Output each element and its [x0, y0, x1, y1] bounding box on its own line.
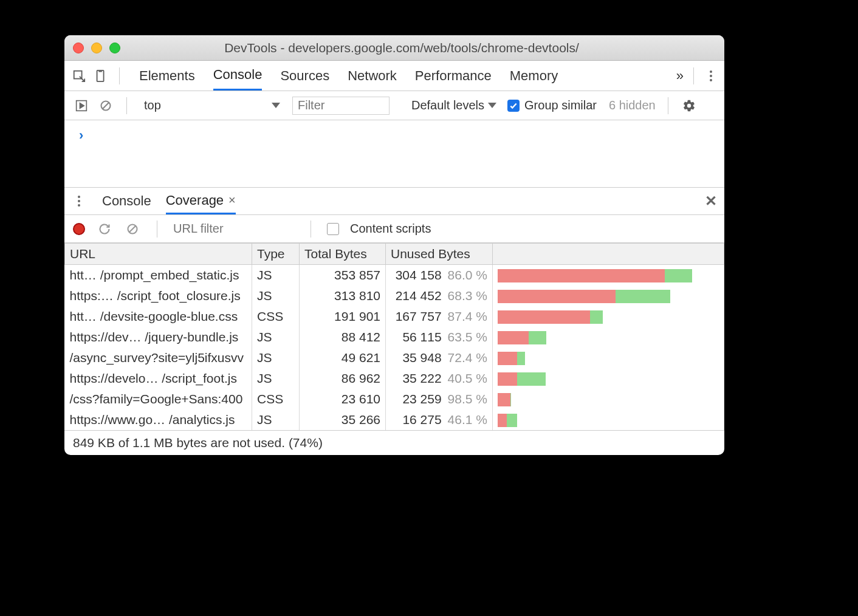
cell-type: JS: [252, 347, 300, 368]
separator: [668, 97, 668, 114]
clear-coverage-icon[interactable]: [124, 221, 141, 238]
unused-bar: [498, 269, 665, 282]
caret-down-icon: [272, 103, 280, 108]
table-row[interactable]: /async_survey?site=ylj5ifxusvvJS49 62135…: [65, 347, 724, 368]
table-row[interactable]: https://develo… /script_foot.jsJS86 9623…: [65, 368, 724, 389]
used-bar: [616, 290, 670, 303]
titlebar: DevTools - developers.google.com/web/too…: [64, 35, 724, 61]
column-header[interactable]: Total Bytes: [300, 244, 386, 265]
cell-usage-bar: [493, 409, 724, 430]
main-tabbar: ElementsConsoleSourcesNetworkPerformance…: [64, 61, 724, 91]
execution-play-icon[interactable]: [73, 97, 90, 114]
cell-url: /css?family=Google+Sans:400: [65, 389, 252, 409]
log-level-value: Default levels: [411, 98, 484, 112]
inspect-element-icon[interactable]: [70, 67, 88, 84]
cell-url: https://develo… /script_foot.js: [65, 368, 252, 389]
separator: [157, 221, 157, 238]
cell-url: https://dev… /jquery-bundle.js: [65, 327, 252, 347]
reload-icon[interactable]: [96, 221, 113, 238]
cell-url: https:… /script_foot_closure.js: [65, 286, 252, 306]
tab-performance[interactable]: Performance: [415, 61, 492, 91]
hidden-count: 6 hidden: [609, 98, 656, 112]
device-toolbar-icon[interactable]: [92, 67, 109, 84]
unused-bar: [498, 290, 616, 303]
console-settings-icon[interactable]: [681, 97, 698, 114]
tab-elements[interactable]: Elements: [139, 61, 195, 91]
table-row[interactable]: /css?family=Google+Sans:400CSS23 61023 2…: [65, 389, 724, 409]
cell-url: /async_survey?site=ylj5ifxusvv: [65, 347, 252, 368]
table-row[interactable]: https://www.go… /analytics.jsJS35 26616 …: [65, 409, 724, 430]
svg-line-6: [103, 103, 109, 109]
record-button[interactable]: [73, 223, 85, 235]
cell-unused-bytes: 35 22240.5 %: [386, 368, 493, 389]
content-scripts-checkbox[interactable]: [327, 223, 339, 235]
separator: [126, 97, 127, 114]
svg-rect-1: [97, 70, 104, 81]
cell-unused-bytes: 214 45268.3 %: [386, 286, 493, 306]
cell-total-bytes: 191 901: [300, 306, 386, 327]
unused-bar: [498, 372, 517, 386]
separator: [119, 67, 120, 84]
drawer-tab-label: Console: [102, 193, 151, 209]
drawer-tab-coverage[interactable]: Coverage×: [166, 188, 236, 214]
execution-context-select[interactable]: top: [139, 96, 285, 115]
cell-total-bytes: 88 412: [300, 327, 386, 347]
cell-type: CSS: [252, 389, 300, 409]
tab-sources[interactable]: Sources: [280, 61, 329, 91]
tab-network[interactable]: Network: [348, 61, 397, 91]
coverage-toolbar: Content scripts: [64, 215, 724, 243]
traffic-lights: [73, 43, 120, 53]
table-row[interactable]: htt… /devsite-google-blue.cssCSS191 9011…: [65, 306, 724, 327]
cell-url: https://www.go… /analytics.js: [65, 409, 252, 430]
cell-url: htt… /devsite-google-blue.css: [65, 306, 252, 327]
cell-unused-bytes: 56 11563.5 %: [386, 327, 493, 347]
svg-line-8: [129, 226, 136, 232]
cell-unused-bytes: 35 94872.4 %: [386, 347, 493, 368]
cell-total-bytes: 35 266: [300, 409, 386, 430]
main-menu-button[interactable]: [704, 69, 718, 83]
cell-total-bytes: 353 857: [300, 265, 386, 286]
used-bar: [590, 310, 603, 324]
cell-type: CSS: [252, 306, 300, 327]
table-row[interactable]: https://dev… /jquery-bundle.jsJS88 41256…: [65, 327, 724, 347]
table-row[interactable]: htt… /prompt_embed_static.jsJS353 857304…: [65, 265, 724, 286]
column-header[interactable]: Type: [252, 244, 300, 265]
coverage-summary: 849 KB of 1.1 MB bytes are not used. (74…: [64, 430, 724, 455]
group-similar-checkbox[interactable]: [507, 100, 520, 112]
table-row[interactable]: https:… /script_foot_closure.jsJS313 810…: [65, 286, 724, 306]
console-filter-input[interactable]: [292, 97, 390, 115]
cell-usage-bar: [493, 368, 724, 389]
close-window-button[interactable]: [73, 43, 84, 53]
close-tab-icon[interactable]: ×: [228, 193, 236, 207]
svg-marker-4: [80, 103, 84, 108]
coverage-url-filter-input[interactable]: [173, 222, 295, 236]
cell-unused-bytes: 167 75787.4 %: [386, 306, 493, 327]
cell-type: JS: [252, 265, 300, 286]
cell-url: htt… /prompt_embed_static.js: [65, 265, 252, 286]
unused-bar: [498, 352, 517, 365]
close-drawer-button[interactable]: ✕: [705, 193, 717, 210]
window-title: DevTools - developers.google.com/web/too…: [130, 41, 716, 55]
content-scripts-label: Content scripts: [350, 222, 431, 236]
cell-usage-bar: [493, 265, 724, 286]
cell-total-bytes: 23 610: [300, 389, 386, 409]
console-prompt-caret-icon: ›: [79, 128, 83, 143]
used-bar: [529, 331, 546, 344]
more-tabs-button[interactable]: »: [676, 68, 684, 84]
minimize-window-button[interactable]: [91, 43, 102, 53]
column-header[interactable]: Unused Bytes: [386, 244, 493, 265]
drawer-tabbar: ConsoleCoverage× ✕: [64, 187, 724, 215]
zoom-window-button[interactable]: [109, 43, 120, 53]
separator: [693, 67, 694, 84]
tab-memory[interactable]: Memory: [510, 61, 558, 91]
console-body[interactable]: ›: [64, 120, 724, 187]
drawer-tab-console[interactable]: Console: [102, 188, 151, 214]
drawer-menu-button[interactable]: [72, 194, 86, 208]
coverage-table: URLTypeTotal BytesUnused Bytes htt… /pro…: [64, 243, 724, 430]
column-header-usage[interactable]: [493, 244, 724, 265]
clear-console-icon[interactable]: [97, 97, 114, 114]
drawer-tab-label: Coverage: [166, 193, 224, 208]
tab-console[interactable]: Console: [213, 61, 263, 91]
log-level-select[interactable]: Default levels: [411, 98, 496, 112]
column-header[interactable]: URL: [65, 244, 252, 265]
